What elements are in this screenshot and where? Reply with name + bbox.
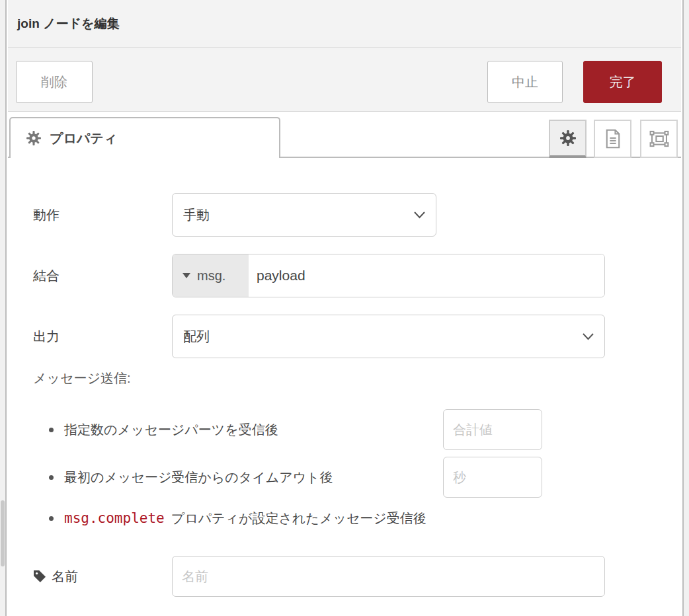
timeout-seconds-input[interactable]	[443, 457, 542, 498]
tab-properties-label: プロパティ	[50, 130, 117, 147]
properties-tab-button[interactable]	[549, 120, 587, 158]
send-message-heading: メッセージ送信:	[33, 369, 130, 387]
combine-label: 結合	[33, 254, 60, 297]
editor-tabbar: プロパティ	[8, 112, 681, 158]
name-label: 名前	[52, 568, 78, 586]
typed-input-type-button[interactable]: msg.	[173, 254, 249, 297]
tray-toolbar: 削除 中止 完了	[8, 48, 681, 112]
bullet-dot	[49, 428, 54, 432]
tab-properties[interactable]: プロパティ	[9, 117, 280, 158]
send-rule-timeout: 最初のメッセージ受信からのタイムアウト後	[49, 457, 333, 498]
send-rule-complete-text: プロパティが設定されたメッセージ受信後	[171, 510, 426, 527]
tag-icon	[33, 570, 46, 583]
action-label: 動作	[33, 193, 60, 237]
output-select[interactable]: 配列	[172, 315, 605, 358]
gear-icon	[560, 130, 576, 146]
cancel-button[interactable]: 中止	[487, 61, 563, 103]
edit-tray: join ノードを編集 削除 中止 完了	[8, 0, 681, 616]
caret-down-icon	[182, 273, 190, 278]
output-label: 出力	[33, 315, 60, 358]
send-rule-count: 指定数のメッセージパーツを受信後	[49, 409, 278, 450]
right-workspace-gutter	[682, 0, 689, 616]
appearance-icon	[649, 130, 669, 148]
action-select-value: 手動	[183, 206, 210, 224]
send-rule-timeout-text: 最初のメッセージ受信からのタイムアウト後	[64, 469, 333, 486]
combine-typed-input: msg.	[172, 254, 605, 297]
node-red-edit-dialog: join ノードを編集 削除 中止 完了	[0, 0, 689, 616]
properties-form: 動作 手動 結合 msg. 出力 配列	[8, 158, 681, 615]
action-select[interactable]: 手動	[172, 193, 436, 237]
dialog-title: join ノードを編集	[17, 15, 119, 32]
done-button[interactable]: 完了	[583, 61, 662, 103]
typed-input-prefix: msg.	[197, 268, 225, 284]
send-rule-count-text: 指定数のメッセージパーツを受信後	[64, 421, 278, 439]
appearance-tab-button[interactable]	[640, 120, 678, 158]
left-workspace-gutter	[0, 0, 7, 616]
document-icon	[604, 129, 622, 149]
name-input[interactable]	[172, 556, 605, 597]
tray-header: join ノードを編集	[8, 0, 681, 48]
description-tab-button[interactable]	[594, 120, 631, 158]
vertical-scrollbar-thumb[interactable]	[1, 500, 5, 566]
chevron-down-icon	[414, 212, 425, 219]
combine-value-input[interactable]	[249, 254, 604, 297]
message-count-input[interactable]	[443, 409, 542, 450]
output-select-value: 配列	[183, 328, 210, 346]
name-label-row: 名前	[33, 556, 78, 597]
gear-icon	[26, 131, 41, 145]
msg-complete-code: msg.complete	[64, 510, 165, 526]
bullet-dot	[49, 516, 54, 521]
delete-button[interactable]: 削除	[16, 61, 93, 103]
bullet-dot	[49, 475, 54, 480]
chevron-down-icon	[583, 333, 594, 340]
send-rule-complete: msg.complete プロパティが設定されたメッセージ受信後	[49, 507, 426, 529]
